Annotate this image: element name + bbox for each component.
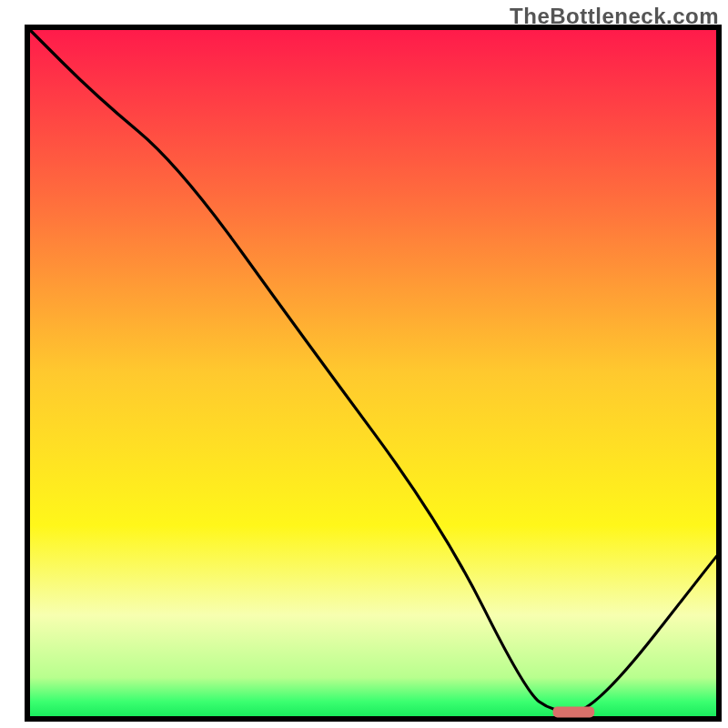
plot-background: [27, 27, 719, 719]
chart-container: TheBottleneck.com: [0, 0, 728, 728]
bottleneck-plot: [0, 0, 728, 728]
optimal-marker: [553, 706, 595, 717]
